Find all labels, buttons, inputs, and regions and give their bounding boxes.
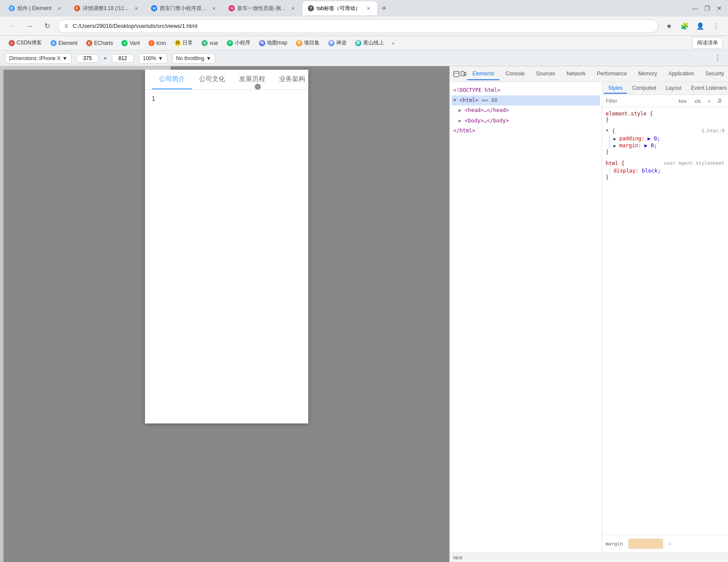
tab-1-favicon: E bbox=[9, 5, 15, 11]
miniprogram-favicon: 小 bbox=[227, 40, 233, 46]
devtools-tab-memory[interactable]: Memory bbox=[633, 68, 662, 80]
tab-1-close[interactable]: ✕ bbox=[56, 5, 63, 12]
tab-5[interactable]: T tab标签（可滑动） ✕ bbox=[303, 1, 377, 15]
star-source[interactable]: 1.html:9 bbox=[701, 128, 725, 135]
inspect-element-button[interactable] bbox=[453, 68, 459, 80]
bookmark-element[interactable]: E Element bbox=[47, 38, 81, 48]
styles-tab-computed[interactable]: Computed bbox=[628, 83, 661, 94]
bookmark-miniprogram[interactable]: 小 小程序 bbox=[223, 37, 254, 48]
tab-3-favicon: W bbox=[151, 5, 157, 11]
html-dollar: == $0 bbox=[482, 97, 497, 103]
reading-mode-button[interactable]: 阅读清单 bbox=[692, 37, 723, 49]
bookmark-project[interactable]: 项 项目集 bbox=[293, 37, 323, 48]
profile-button[interactable]: 👤 bbox=[693, 19, 707, 33]
bookmark-zen[interactable]: 禅 禅道 bbox=[325, 37, 350, 48]
more-bookmarks[interactable]: » bbox=[389, 39, 397, 47]
tab-3[interactable]: W 西安门禁小程序原... ✕ bbox=[146, 1, 222, 15]
page-tab-0[interactable]: 公司简介 bbox=[152, 70, 192, 89]
devtools-tab-performance[interactable]: Performance bbox=[592, 68, 632, 80]
devtools-tab-console[interactable]: Console bbox=[500, 68, 530, 80]
device-dropdown-icon: ▼ bbox=[62, 55, 67, 61]
display-value: block; bbox=[642, 168, 661, 174]
close-button[interactable]: ✕ bbox=[714, 3, 725, 14]
dom-line-body[interactable]: ▶ <body>…</body> bbox=[452, 116, 600, 126]
address-bar[interactable]: 🗎 C:/Users/29016/Desktop/vue/sds/src/vie… bbox=[57, 19, 658, 33]
zoom-label: 100% bbox=[143, 55, 156, 61]
bookmark-vant[interactable]: V Vant bbox=[118, 38, 143, 48]
body-toggle[interactable]: ▶ bbox=[458, 118, 462, 124]
extensions-button[interactable]: 🧩 bbox=[677, 19, 691, 33]
csdn-label: CSDN博客 bbox=[17, 39, 42, 47]
head-tag: <head>…</head> bbox=[465, 107, 509, 113]
padding-triangle[interactable]: ▶ bbox=[613, 136, 616, 141]
toggle-icon-button[interactable]: ☰ bbox=[715, 97, 725, 105]
tab-4-close[interactable]: ✕ bbox=[290, 5, 297, 12]
devtools-tab-network[interactable]: Network bbox=[561, 68, 591, 80]
html-close-tag: </html> bbox=[453, 128, 475, 134]
dom-line-html[interactable]: ▼ <html> == $0 bbox=[452, 95, 600, 105]
tab-5-close[interactable]: ✕ bbox=[365, 5, 372, 12]
styles-tab-layout[interactable]: Layout bbox=[661, 83, 686, 94]
tab-3-close[interactable]: ✕ bbox=[210, 5, 217, 12]
bookmark-huangshan[interactable]: 黄 黄山线上 bbox=[352, 37, 388, 48]
device-toggle-button[interactable] bbox=[460, 68, 466, 80]
styles-tab-styles[interactable]: Styles bbox=[604, 83, 627, 94]
devtools-tab-application[interactable]: Application bbox=[663, 68, 699, 80]
page-tab-1[interactable]: 公司文化 bbox=[192, 70, 232, 89]
dom-line-doctype[interactable]: <!DOCTYPE html> bbox=[452, 85, 600, 95]
more-options-button[interactable]: ⋮ bbox=[712, 53, 723, 64]
hov-button[interactable]: :hov bbox=[675, 97, 689, 105]
tab-1[interactable]: E 组件 | Element ✕ bbox=[3, 1, 68, 15]
devtools-tab-security[interactable]: Security bbox=[700, 68, 728, 80]
menu-button[interactable]: ⋮ bbox=[709, 19, 723, 33]
bookmark-icon[interactable]: i icon bbox=[145, 38, 169, 48]
styles-tab-event-listeners[interactable]: Event Listeners bbox=[687, 83, 728, 94]
height-input[interactable] bbox=[112, 54, 134, 63]
bookmark-vue[interactable]: V vue bbox=[198, 38, 221, 48]
margin-triangle[interactable]: ▶ bbox=[613, 143, 616, 148]
bookmark-echarts[interactable]: E ECharts bbox=[83, 38, 116, 48]
minimize-button[interactable]: — bbox=[690, 3, 700, 14]
throttle-selector[interactable]: No throttling ▼ bbox=[172, 53, 216, 64]
page-tab-2[interactable]: 发展历程 bbox=[232, 70, 272, 89]
forward-button[interactable]: → bbox=[23, 19, 37, 33]
vue-favicon: V bbox=[202, 40, 208, 46]
back-button[interactable]: ← bbox=[5, 19, 19, 33]
page-tab-3[interactable]: 业务架构 bbox=[272, 70, 308, 89]
css-rule-element-style: element.style { } bbox=[606, 111, 725, 123]
head-toggle[interactable]: ▶ bbox=[458, 107, 462, 113]
preview-area: 公司简介 公司文化 发展历程 业务架构 行业 bbox=[0, 66, 449, 562]
new-tab-button[interactable]: + bbox=[378, 2, 390, 14]
bookmark-csdn[interactable]: C CSDN博客 bbox=[5, 37, 45, 48]
tab-2-close[interactable]: ✕ bbox=[133, 5, 140, 12]
tab-4-favicon: N bbox=[229, 5, 235, 11]
restore-button[interactable]: ❐ bbox=[702, 3, 712, 14]
tab-4[interactable]: N 新车一致性页面-测... ✕ bbox=[223, 1, 302, 15]
styles-tabs: Styles Computed Layout Event Listeners D… bbox=[602, 82, 728, 95]
bookmark-daily[interactable]: 日 日常 bbox=[171, 37, 196, 48]
zoom-selector[interactable]: 100% ▼ bbox=[139, 53, 167, 64]
bookmark-star-button[interactable]: ★ bbox=[662, 19, 676, 33]
styles-panel: Styles Computed Layout Event Listeners D… bbox=[602, 82, 728, 552]
width-input[interactable] bbox=[77, 54, 98, 63]
tab-2[interactable]: F 详情调整3.18 (!11... ✕ bbox=[69, 1, 145, 15]
cls-button[interactable]: .cls bbox=[691, 97, 704, 105]
tab-1-label: 组件 | Element bbox=[17, 5, 51, 12]
devtools-tab-sources[interactable]: Sources bbox=[531, 68, 560, 80]
html-source[interactable]: user agent stylesheet bbox=[664, 160, 725, 167]
reload-button[interactable]: ↻ bbox=[40, 19, 54, 33]
tab-bar: E 组件 | Element ✕ F 详情调整3.18 (!11... ✕ W … bbox=[0, 0, 728, 17]
device-selector[interactable]: Dimensions: iPhone X ▼ bbox=[5, 53, 71, 64]
dom-line-head[interactable]: ▶ <head>…</head> bbox=[452, 105, 600, 115]
devtools-tab-elements[interactable]: Elements bbox=[467, 68, 499, 80]
bookmark-map[interactable]: 地 地图map bbox=[256, 37, 291, 48]
zoom-dropdown-icon: ▼ bbox=[158, 55, 163, 61]
html-toggle[interactable]: ▼ bbox=[453, 97, 456, 103]
dom-line-html-close[interactable]: </html> bbox=[452, 126, 600, 136]
html-selector: html { bbox=[606, 160, 624, 166]
vue-label: vue bbox=[209, 40, 218, 46]
css-prop-padding: ▶ padding: ▶ 0; bbox=[613, 135, 725, 142]
filter-input[interactable] bbox=[606, 98, 672, 104]
add-rule-button[interactable]: + bbox=[705, 97, 713, 105]
huangshan-label: 黄山线上 bbox=[363, 39, 384, 47]
